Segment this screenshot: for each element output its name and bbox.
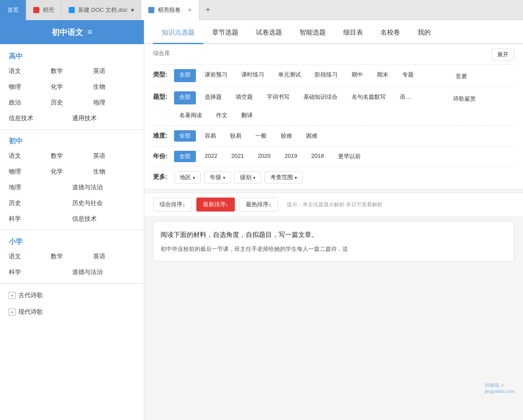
- dropdown-level[interactable]: 级别 ▾: [234, 171, 261, 184]
- top-nav: 知识点选题 章节选题 试卷选题 智能选题 细目表 名校卷 我的: [144, 20, 523, 44]
- tab-close-btn[interactable]: ✕: [188, 7, 192, 13]
- nav-tab-catalog[interactable]: 细目表: [335, 28, 372, 44]
- tree-expand-modern[interactable]: ＋: [9, 309, 16, 316]
- filter-diff-harder[interactable]: 困难: [301, 130, 323, 142]
- quanjuan-icon: [148, 7, 154, 13]
- subject-high-chemistry[interactable]: 化学: [51, 80, 93, 94]
- filter-qtype-tags: 全部 选择题 填空题 字词书写 基础知识综合 名句名篇默写 语… 诗歌鉴赏 名著…: [174, 91, 514, 121]
- subject-high-physics[interactable]: 物理: [9, 80, 51, 94]
- filter-year-all[interactable]: 全部: [174, 151, 196, 162]
- subject-middle-chemistry[interactable]: 化学: [51, 165, 93, 178]
- filter-type-preview[interactable]: 课前预习: [199, 69, 233, 82]
- filter-diff-hard[interactable]: 较难: [275, 130, 297, 142]
- filter-type-competition[interactable]: 竞赛: [450, 71, 472, 82]
- tree-item-ancient-poetry[interactable]: ＋ 古代诗歌: [0, 287, 144, 304]
- filter-qtype-essay[interactable]: 作文: [211, 110, 233, 121]
- subject-high-math[interactable]: 数学: [51, 65, 93, 78]
- subject-high-chinese[interactable]: 语文: [9, 65, 51, 78]
- filter-diff-normal[interactable]: 一般: [250, 130, 272, 142]
- new-tab-button[interactable]: +: [201, 3, 215, 17]
- subject-middle-english[interactable]: 英语: [93, 149, 135, 163]
- dropdown-grade[interactable]: 年级 ▾: [204, 171, 231, 184]
- filter-qtype-all[interactable]: 全部: [174, 91, 196, 104]
- expand-button[interactable]: 展开: [492, 49, 514, 61]
- nav-tab-knowledge[interactable]: 知识点选题: [153, 28, 203, 44]
- filter-year-2022[interactable]: 2022: [199, 151, 223, 162]
- menu-icon[interactable]: ≡: [87, 28, 92, 37]
- filter-type-special[interactable]: 专题: [397, 69, 419, 82]
- subject-high-politics[interactable]: 政治: [9, 96, 51, 109]
- nav-tab-chapter[interactable]: 章节选题: [203, 28, 247, 44]
- filter-type-unit[interactable]: 单元测试: [273, 69, 306, 82]
- filter-year-label: 年份:: [153, 151, 169, 160]
- subject-middle-math[interactable]: 数学: [51, 149, 93, 163]
- filter-diff-easier[interactable]: 较易: [225, 130, 247, 142]
- filter-qtype-choice[interactable]: 选择题: [199, 91, 227, 104]
- nav-tab-mine[interactable]: 我的: [409, 28, 439, 44]
- tree-expand-ancient[interactable]: ＋: [9, 292, 16, 299]
- subject-primary-chinese[interactable]: 语文: [9, 250, 51, 263]
- subject-middle-history-society[interactable]: 历史与社会: [72, 197, 136, 210]
- tab-doc[interactable]: 新建 DOC 文档.doc: [62, 0, 141, 20]
- filter-year-earlier[interactable]: 更早以前: [333, 151, 366, 162]
- filter-qtype-basic[interactable]: 基础知识综合: [298, 91, 343, 104]
- question-card[interactable]: 阅读下面的材料，自选角度，自拟题目，写一篇文章。 初中毕业校前的最后一节课，班主…: [153, 221, 514, 261]
- subject-high-english[interactable]: 英语: [93, 65, 135, 78]
- dropdown-region[interactable]: 地区 ▾: [174, 171, 201, 184]
- subject-high-biology[interactable]: 生物: [93, 80, 135, 94]
- subject-primary-math[interactable]: 数学: [51, 250, 93, 263]
- tab-home[interactable]: 首页: [0, 0, 26, 20]
- filter-qtype-lang[interactable]: 语…: [394, 91, 416, 104]
- filter-type-final[interactable]: 期末: [372, 69, 394, 82]
- filter-row-more: 更多: 地区 ▾ 年级 ▾ 级别 ▾ 考查范围: [153, 167, 514, 189]
- filter-year-2018[interactable]: 2018: [306, 151, 329, 162]
- subject-middle-biology[interactable]: 生物: [93, 165, 135, 178]
- subject-middle-morality[interactable]: 道德与法治: [72, 181, 136, 194]
- filter-qtype-recite[interactable]: 名句名篇默写: [346, 91, 391, 104]
- filter-more-dropdowns: 地区 ▾ 年级 ▾ 级别 ▾ 考查范围 ▾: [174, 171, 514, 184]
- subject-high-general-tech[interactable]: 通用技术: [72, 112, 136, 125]
- subject-middle-it[interactable]: 信息技术: [72, 212, 136, 226]
- sort-hottest[interactable]: 最热排序↓: [239, 198, 278, 212]
- content-area: 知识点选题 章节选题 试卷选题 智能选题 细目表 名校卷 我的: [144, 20, 523, 420]
- subject-high-geography[interactable]: 地理: [93, 96, 135, 109]
- filter-qtype-translate[interactable]: 翻译: [236, 110, 258, 121]
- subject-primary-morality[interactable]: 道德与法治: [72, 266, 136, 279]
- filter-qtype-fill[interactable]: 填空题: [230, 91, 258, 104]
- subject-primary-science[interactable]: 科学: [9, 266, 72, 279]
- doc-icon: [69, 7, 75, 13]
- filter-year-2021[interactable]: 2021: [226, 151, 249, 162]
- filter-qtype-reading[interactable]: 名著阅读: [174, 110, 207, 121]
- divider-primary-tree: [0, 283, 144, 284]
- filter-qtype-poetry[interactable]: 诗歌鉴赏: [448, 93, 481, 104]
- tab-quanjuan[interactable]: 稻壳组卷 ✕: [141, 0, 199, 20]
- tree-item-modern-poetry[interactable]: ＋ 现代诗歌: [0, 304, 144, 320]
- sort-comprehensive[interactable]: 综合排序↓: [153, 198, 192, 212]
- filter-type-class[interactable]: 课时练习: [236, 69, 269, 82]
- nav-tab-famous[interactable]: 名校卷: [372, 28, 409, 44]
- filter-qtype-writing[interactable]: 字词书写: [262, 91, 295, 104]
- filter-year-2020[interactable]: 2020: [253, 151, 276, 162]
- dropdown-scope[interactable]: 考查范围 ▾: [265, 171, 303, 184]
- filter-diff-easy[interactable]: 容易: [199, 130, 221, 142]
- subject-middle-history[interactable]: 历史: [9, 197, 72, 210]
- filter-diff-all[interactable]: 全部: [174, 130, 196, 142]
- subject-middle-physics[interactable]: 物理: [9, 165, 51, 178]
- subject-middle-geography[interactable]: 地理: [9, 181, 72, 194]
- primary-subjects-3col: 语文 数学 英语: [9, 250, 135, 263]
- sort-newest[interactable]: 最新排序↓: [196, 198, 235, 212]
- subject-middle-science[interactable]: 科学: [9, 212, 72, 226]
- subject-middle-chinese[interactable]: 语文: [9, 149, 51, 163]
- subject-high-it[interactable]: 信息技术: [9, 112, 72, 125]
- filter-type-mid[interactable]: 期中: [346, 69, 368, 82]
- tab-dot: [131, 9, 134, 11]
- tab-doc-label: 新建 DOC 文档.doc: [78, 6, 128, 14]
- nav-tab-exam[interactable]: 试卷选题: [247, 28, 291, 44]
- subject-primary-english[interactable]: 英语: [93, 250, 135, 263]
- filter-year-2019[interactable]: 2019: [279, 151, 303, 162]
- filter-type-stage[interactable]: 阶段练习: [310, 69, 343, 82]
- subject-high-history[interactable]: 历史: [51, 96, 93, 109]
- tab-daoke[interactable]: 稻壳: [26, 0, 62, 20]
- filter-type-all[interactable]: 全部: [174, 69, 196, 82]
- nav-tab-smart[interactable]: 智能选题: [291, 28, 335, 44]
